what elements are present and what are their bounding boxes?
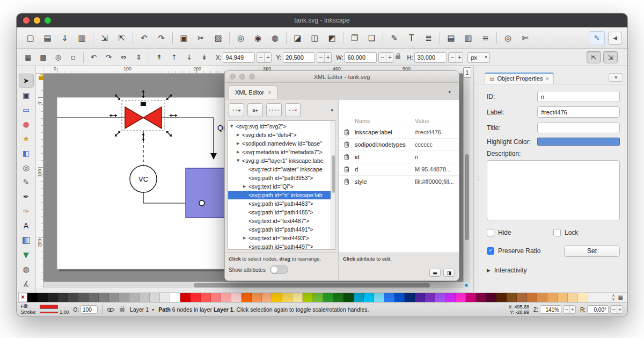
palette-swatch[interactable] xyxy=(221,293,231,302)
expander-icon[interactable]: ▶ xyxy=(237,150,242,154)
title-bar[interactable]: tank.svg - Inkscape xyxy=(17,13,627,27)
y-decrement-button[interactable]: − xyxy=(317,53,324,62)
color-managed-display-icon[interactable]: ◆ xyxy=(463,282,470,288)
dialog-close-button[interactable] xyxy=(230,74,236,80)
delete-attribute-icon[interactable] xyxy=(339,178,355,185)
duplicate[interactable]: ◪ xyxy=(289,31,306,46)
height-input[interactable]: 30,000 xyxy=(414,52,447,63)
align-and-distribute[interactable]: ≣ xyxy=(420,31,437,46)
rotate-ccw[interactable]: ↶ xyxy=(86,51,101,64)
palette-swatch[interactable] xyxy=(415,293,425,302)
export[interactable]: ⇱ xyxy=(113,31,130,46)
edit-pen-button[interactable]: ✎ xyxy=(589,31,605,45)
palette-swatch[interactable] xyxy=(78,293,89,302)
palette-swatch[interactable] xyxy=(517,293,527,302)
xml-tree-node[interactable]: <svg:path id="path4497"> xyxy=(228,242,335,250)
height-decrement-button[interactable]: − xyxy=(449,53,456,62)
tree-scrollbar-thumb[interactable] xyxy=(332,155,335,193)
document-metadata[interactable]: ▥ xyxy=(460,31,477,46)
layer-visibility-icon[interactable] xyxy=(107,306,114,313)
attribute-value-panel-button[interactable]: ◨ xyxy=(443,269,455,277)
xml-tree-node[interactable]: <svg:path id="path4491"> xyxy=(228,225,335,234)
zoom-to-selection[interactable]: ◎ xyxy=(51,51,65,64)
close-window-button[interactable] xyxy=(23,17,30,24)
print-document[interactable]: ▥ xyxy=(74,31,90,46)
zoom-increment-button[interactable]: + xyxy=(569,306,575,313)
current-layer-label[interactable]: Layer 1 xyxy=(130,306,149,313)
palette-swatch[interactable] xyxy=(89,293,99,302)
vertical-scrollbar[interactable] xyxy=(463,74,470,282)
palette-swatch[interactable] xyxy=(140,293,150,302)
palette-swatch[interactable] xyxy=(374,293,384,302)
height-increment-button[interactable]: + xyxy=(456,53,463,62)
undo[interactable]: ↶ xyxy=(136,31,152,46)
xml-tree-node[interactable]: <svg:rect id="water" inkscape xyxy=(228,165,335,174)
palette-swatch[interactable] xyxy=(38,293,48,302)
no-color-swatch[interactable]: × xyxy=(18,293,27,302)
palette-scroll-arrows[interactable]: ∧∨ xyxy=(612,294,614,301)
xml-tree-node[interactable]: ▶ <svg:defs id="defs4"> xyxy=(228,131,335,139)
save-document[interactable]: ⇓ xyxy=(56,31,73,46)
rotation-increment-button[interactable]: + xyxy=(617,306,623,313)
chevron-down-icon[interactable]: ▾ xyxy=(448,89,455,99)
label-input[interactable]: #rect4476 xyxy=(537,106,620,118)
stroke-swatch[interactable] xyxy=(40,312,58,313)
width-increment-button[interactable]: + xyxy=(386,53,393,62)
palette-swatch[interactable] xyxy=(364,293,374,302)
palette-swatch[interactable] xyxy=(466,293,476,302)
palette-swatch[interactable] xyxy=(354,293,364,302)
raise[interactable]: ↑ xyxy=(167,51,181,64)
palette-swatch[interactable] xyxy=(578,293,588,302)
xml-tree-node[interactable]: <svg:path id="n" inkscape:lab xyxy=(228,191,335,199)
group[interactable]: ❐ xyxy=(346,31,363,46)
palette-swatch[interactable] xyxy=(119,293,129,302)
fill-swatch[interactable] xyxy=(40,305,58,309)
ungroup[interactable]: ❏ xyxy=(363,31,380,46)
palette-swatch[interactable] xyxy=(558,293,568,302)
attribute-row[interactable]: sodipodi:nodetypes cccccc xyxy=(339,138,459,150)
lock-guides-icon[interactable] xyxy=(39,76,43,80)
text-and-font[interactable]: T xyxy=(403,31,420,46)
tab-xml-editor[interactable]: XML Editor × xyxy=(229,85,277,99)
preferences[interactable]: ✄ xyxy=(517,31,533,46)
palette-config-icon[interactable]: ▦ xyxy=(618,294,623,300)
star-tool[interactable]: ★ xyxy=(19,132,34,146)
delete-attribute-icon[interactable] xyxy=(339,154,355,160)
zoom-input[interactable]: 141% xyxy=(540,305,561,314)
palette-swatch[interactable] xyxy=(527,293,537,302)
document-properties[interactable]: ▤ xyxy=(443,31,459,46)
scale-stroke-toggle[interactable]: ⇱ xyxy=(587,51,601,63)
y-input[interactable]: 20,500 xyxy=(283,52,315,63)
palette-swatch[interactable] xyxy=(282,293,292,302)
lower[interactable]: ↓ xyxy=(182,51,196,64)
palette-swatch[interactable] xyxy=(343,293,354,302)
vertical-scrollbar-thumb[interactable] xyxy=(465,154,469,240)
box3d-tool[interactable]: ◧ xyxy=(19,146,34,160)
horizontal-scrollbar[interactable] xyxy=(43,282,463,288)
vertical-ruler[interactable]: 0100200300 xyxy=(36,74,43,288)
close-tab-icon[interactable]: × xyxy=(268,89,271,96)
dialog-minimize-button[interactable] xyxy=(239,74,245,80)
toggle-selection-cue[interactable]: ▫ xyxy=(66,51,80,64)
palette-swatch[interactable] xyxy=(456,293,466,302)
dock-resize-handle[interactable]: ⋮ xyxy=(475,175,481,182)
pencil-tool[interactable]: ✎ xyxy=(19,175,34,189)
x-input[interactable]: 94,949 xyxy=(223,52,255,63)
palette-swatch[interactable] xyxy=(486,293,496,302)
palette-swatch[interactable] xyxy=(435,293,445,302)
zoom-drawing[interactable]: ◉ xyxy=(250,31,266,46)
delete-node[interactable]: ‹›× xyxy=(285,103,301,117)
palette-swatch[interactable] xyxy=(313,293,323,302)
palette-swatch[interactable] xyxy=(201,293,211,302)
import[interactable]: ⇲ xyxy=(96,31,113,46)
xml-tree-node[interactable]: <svg:text id="text4487"> xyxy=(228,217,335,225)
rotation-decrement-button[interactable]: − xyxy=(611,306,617,313)
calligraphy-tool[interactable]: ✑ xyxy=(19,204,34,218)
palette-swatch[interactable] xyxy=(48,293,58,302)
open-document[interactable]: ▤ xyxy=(39,31,56,46)
find[interactable]: ◎ xyxy=(500,31,516,46)
units-dropdown[interactable]: px ▾ xyxy=(467,52,490,63)
duplicate-node[interactable]: ‹›‹› xyxy=(266,103,282,117)
new-element-node[interactable]: ‹›+ xyxy=(229,103,244,117)
spiral-tool[interactable]: ◎ xyxy=(19,161,34,175)
